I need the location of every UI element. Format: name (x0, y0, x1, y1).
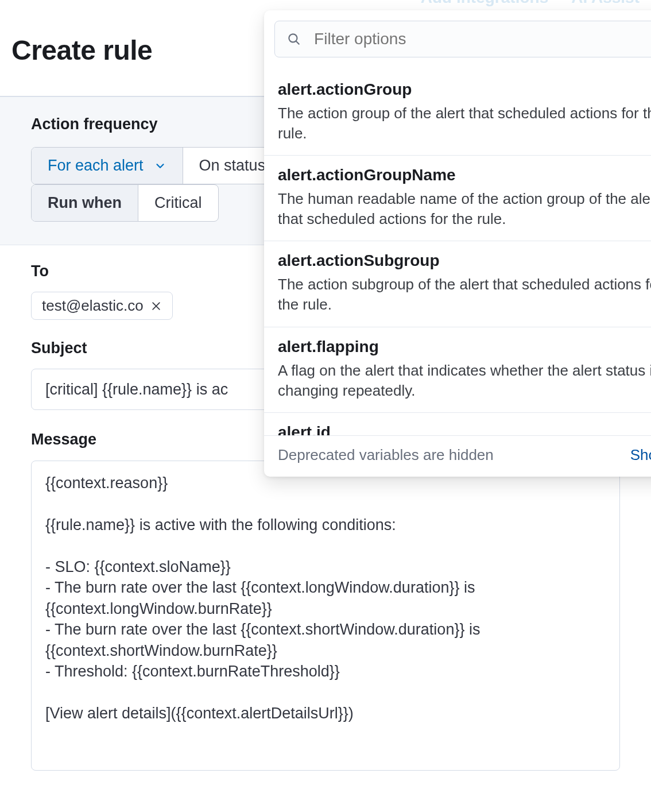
variable-picker-popover: alert.actionGroup The action group of th… (264, 10, 651, 477)
variable-options-list[interactable]: alert.actionGroup The action group of th… (264, 68, 651, 435)
run-when-label: Run when (48, 194, 122, 212)
message-field: Message (31, 430, 620, 773)
variable-key: alert.id (278, 423, 651, 435)
search-icon (286, 31, 301, 47)
variable-key: alert.actionGroupName (278, 166, 651, 184)
link-ai-assist[interactable]: AI Assist (571, 0, 640, 7)
variable-option[interactable]: alert.actionGroupName The human readable… (264, 156, 651, 241)
variable-desc: The action group of the alert that sched… (278, 103, 651, 144)
filter-options-field[interactable] (274, 21, 651, 57)
frequency-mode-next-label: On status (199, 157, 266, 175)
frequency-mode-selected[interactable]: For each alert (32, 148, 183, 184)
variable-key: alert.actionGroup (278, 80, 651, 99)
variable-key: alert.flapping (278, 338, 651, 356)
variable-key: alert.actionSubgroup (278, 252, 651, 270)
variable-desc: The human readable name of the action gr… (278, 189, 651, 229)
variable-option[interactable]: alert.actionGroup The action group of th… (264, 70, 651, 156)
run-when-selector[interactable]: Run when Critical (31, 184, 219, 222)
remove-recipient-icon[interactable] (150, 300, 162, 312)
show-all-link[interactable]: Show all (630, 446, 651, 464)
link-add-integrations[interactable]: Add integrations (421, 0, 548, 7)
run-when-value-label: Critical (154, 194, 202, 212)
run-when-value[interactable]: Critical (138, 185, 218, 221)
top-header: Add integrations AI Assist (0, 0, 651, 11)
variable-option[interactable]: alert.actionSubgroup The action subgroup… (264, 241, 651, 327)
variable-desc: The action subgroup of the alert that sc… (278, 274, 651, 315)
chevron-down-icon (154, 160, 166, 172)
recipient-email: test@elastic.co (42, 297, 144, 315)
frequency-mode-selector[interactable]: For each alert On status (31, 147, 282, 184)
variable-option[interactable]: alert.flapping A flag on the alert that … (264, 327, 651, 413)
run-when-head: Run when (32, 185, 138, 221)
message-label: Message (31, 431, 96, 448)
deprecated-note: Deprecated variables are hidden (278, 446, 494, 464)
variable-picker-footer: Deprecated variables are hidden Show all (264, 435, 651, 477)
filter-options-input[interactable] (313, 29, 651, 49)
recipient-pill[interactable]: test@elastic.co (31, 292, 173, 320)
frequency-mode-selected-label: For each alert (48, 157, 144, 175)
message-input[interactable] (31, 461, 620, 771)
svg-line-10 (296, 41, 299, 44)
variable-option[interactable]: alert.id (264, 413, 651, 435)
variable-desc: A flag on the alert that indicates wheth… (278, 361, 651, 401)
